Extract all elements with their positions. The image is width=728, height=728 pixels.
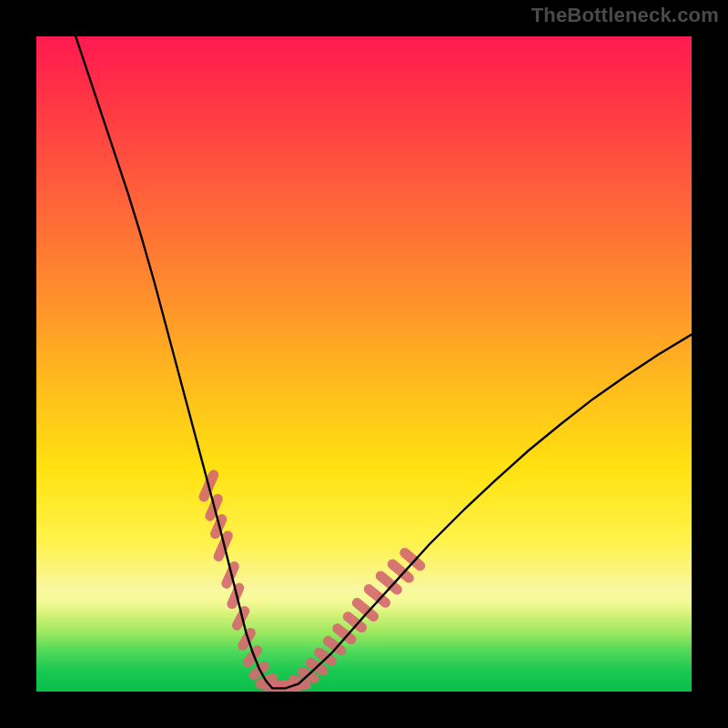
bottleneck-curve xyxy=(76,36,692,688)
chart-frame: TheBottleneck.com xyxy=(0,0,728,728)
marker-group xyxy=(197,469,428,692)
plot-area xyxy=(36,36,692,692)
curve-layer xyxy=(36,36,692,692)
watermark-text: TheBottleneck.com xyxy=(531,4,719,27)
